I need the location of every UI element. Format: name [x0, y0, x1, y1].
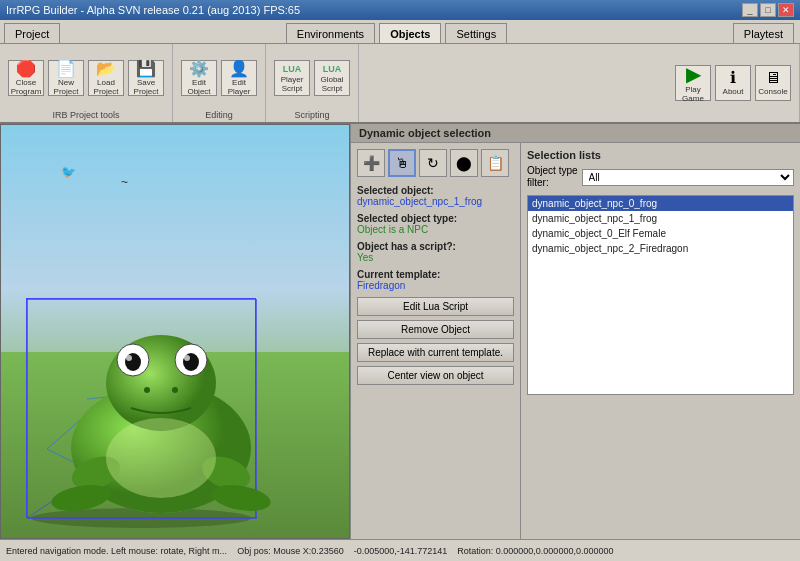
svg-point-24: [106, 418, 216, 498]
selected-type-label: Selected object type:: [357, 213, 514, 224]
new-project-button[interactable]: 📄 NewProject: [48, 60, 84, 96]
global-script-label: GlobalScript: [320, 75, 343, 93]
save-project-label: SaveProject: [134, 78, 159, 96]
current-template-block: Current template: Firedragon: [357, 269, 514, 291]
play-game-label: PlayGame: [682, 85, 704, 103]
viewport-3d[interactable]: 🐦 ~: [0, 124, 350, 539]
window-title: IrrRPG Builder - Alpha SVN release 0.21 …: [6, 4, 300, 16]
status-coords: -0.005000,-141.772141: [354, 546, 448, 556]
add-tool-button[interactable]: ➕: [357, 149, 385, 177]
console-icon: 🖥: [765, 70, 781, 86]
new-project-icon: 📄: [56, 61, 76, 77]
object-list-item[interactable]: dynamic_object_npc_0_frog: [528, 196, 793, 211]
editing-label: Editing: [205, 110, 233, 120]
frog-body: [51, 318, 251, 483]
svg-point-26: [172, 387, 178, 393]
object-list-item[interactable]: dynamic_object_0_Elf Female: [528, 226, 793, 241]
global-script-button[interactable]: LUA GlobalScript: [314, 60, 350, 96]
frog-svg: [51, 318, 271, 518]
current-template-value: Firedragon: [357, 280, 514, 291]
close-program-button[interactable]: 🛑 CloseProgram: [8, 60, 44, 96]
edit-player-button[interactable]: 👤 Edit Player: [221, 60, 257, 96]
tab-environments[interactable]: Environments: [286, 23, 375, 43]
project-tools-label: IRB Project tools: [52, 110, 119, 120]
selected-type-value: Object is a NPC: [357, 224, 514, 235]
minimize-button[interactable]: _: [742, 3, 758, 17]
selected-object-label: Selected object:: [357, 185, 514, 196]
bird-decoration-2: ~: [121, 175, 128, 189]
about-icon: ℹ: [730, 70, 736, 86]
remove-object-button[interactable]: Remove Object: [357, 320, 514, 339]
panel-content: ➕ 🖱 ↻ ⬤ 📋 Selected object: dynamic_objec…: [351, 143, 800, 539]
toolbar-group-scripting: LUA PlayerScript LUA GlobalScript Script…: [266, 44, 359, 122]
status-obj-pos: Obj pos: Mouse X:0.23560: [237, 546, 344, 556]
replace-template-button[interactable]: Replace with current template.: [357, 343, 514, 362]
status-rotation: Rotation: 0.000000,0.000000,0.000000: [457, 546, 613, 556]
player-script-button[interactable]: LUA PlayerScript: [274, 60, 310, 96]
current-template-label: Current template:: [357, 269, 514, 280]
object-list[interactable]: dynamic_object_npc_0_frog dynamic_object…: [527, 195, 794, 395]
toolbar-group-editing: ⚙️ Edit Object 👤 Edit Player Editing: [173, 44, 266, 122]
close-program-icon: 🛑: [16, 61, 36, 77]
edit-lua-script-button[interactable]: Edit Lua Script: [357, 297, 514, 316]
load-project-icon: 📂: [96, 61, 116, 77]
play-game-button[interactable]: ▶ PlayGame: [675, 65, 711, 101]
object-tools-column: ➕ 🖱 ↻ ⬤ 📋 Selected object: dynamic_objec…: [351, 143, 521, 539]
playtest-icons: ▶ PlayGame ℹ About 🖥 Console: [675, 48, 791, 118]
center-view-button[interactable]: Center view on object: [357, 366, 514, 385]
tab-objects[interactable]: Objects: [379, 23, 441, 43]
rotate-tool-button[interactable]: ↻: [419, 149, 447, 177]
edit-player-label: Edit Player: [224, 78, 254, 96]
lua-global-icon: LUA: [323, 64, 342, 74]
edit-object-icon: ⚙️: [189, 61, 209, 77]
menu-row: Project Environments Objects Settings Pl…: [0, 20, 800, 44]
object-list-item[interactable]: dynamic_object_npc_2_Firedragon: [528, 241, 793, 256]
lua-player-icon: LUA: [283, 64, 302, 74]
play-game-icon: ▶: [686, 64, 701, 84]
tab-playtest[interactable]: Playtest: [733, 23, 794, 43]
circle-tool-button[interactable]: ⬤: [450, 149, 478, 177]
clip-tool-button[interactable]: 📋: [481, 149, 509, 177]
svg-point-18: [126, 355, 132, 361]
panel-title: Dynamic object selection: [351, 124, 800, 143]
status-bar: Entered navigation mode. Left mouse: rot…: [0, 539, 800, 561]
scripting-icons: LUA PlayerScript LUA GlobalScript: [274, 48, 350, 108]
selected-object-value: dynamic_object_npc_1_frog: [357, 196, 514, 207]
tool-icon-row: ➕ 🖱 ↻ ⬤ 📋: [357, 149, 514, 177]
has-script-label: Object has a script?:: [357, 241, 514, 252]
scripting-label: Scripting: [294, 110, 329, 120]
tab-project[interactable]: Project: [4, 23, 60, 43]
load-project-button[interactable]: 📂 LoadProject: [88, 60, 124, 96]
close-program-label: CloseProgram: [11, 78, 42, 96]
select-tool-button[interactable]: 🖱: [388, 149, 416, 177]
selection-lists-column: Selection lists Object type filter: All …: [521, 143, 800, 539]
save-project-icon: 💾: [136, 61, 156, 77]
object-type-filter[interactable]: All NPC Item Trigger: [582, 169, 794, 186]
load-project-label: LoadProject: [94, 78, 119, 96]
maximize-button[interactable]: □: [760, 3, 776, 17]
console-button[interactable]: 🖥 Console: [755, 65, 791, 101]
selected-type-block: Selected object type: Object is a NPC: [357, 213, 514, 235]
toolbar-group-playtest: ▶ PlayGame ℹ About 🖥 Console: [667, 44, 800, 122]
editing-icons: ⚙️ Edit Object 👤 Edit Player: [181, 48, 257, 108]
console-label: Console: [758, 87, 787, 96]
object-list-item[interactable]: dynamic_object_npc_1_frog: [528, 211, 793, 226]
save-project-button[interactable]: 💾 SaveProject: [128, 60, 164, 96]
edit-player-icon: 👤: [229, 61, 249, 77]
svg-point-19: [184, 355, 190, 361]
title-bar: IrrRPG Builder - Alpha SVN release 0.21 …: [0, 0, 800, 20]
selected-object-block: Selected object: dynamic_object_npc_1_fr…: [357, 185, 514, 207]
svg-point-25: [144, 387, 150, 393]
filter-label: Object type filter:: [527, 165, 578, 189]
edit-object-label: Edit Object: [184, 78, 214, 96]
new-project-label: NewProject: [54, 78, 79, 96]
close-button[interactable]: ✕: [778, 3, 794, 17]
toolbar: 🛑 CloseProgram 📄 NewProject 📂 LoadProjec…: [0, 44, 800, 124]
edit-object-button[interactable]: ⚙️ Edit Object: [181, 60, 217, 96]
has-script-value: Yes: [357, 252, 514, 263]
status-nav-mode: Entered navigation mode. Left mouse: rot…: [6, 546, 227, 556]
about-button[interactable]: ℹ About: [715, 65, 751, 101]
main-content: 🐦 ~: [0, 124, 800, 539]
tab-settings[interactable]: Settings: [445, 23, 507, 43]
toolbar-group-project: 🛑 CloseProgram 📄 NewProject 📂 LoadProjec…: [0, 44, 173, 122]
